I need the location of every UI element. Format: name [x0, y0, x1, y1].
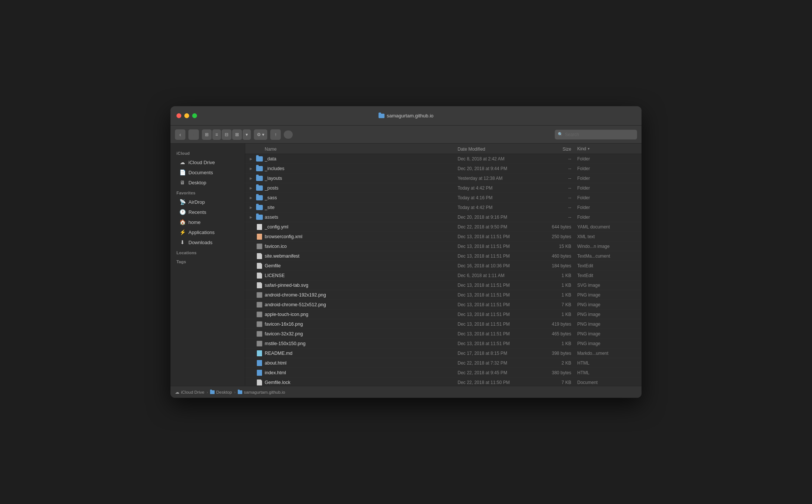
file-size: --: [540, 185, 577, 191]
table-row[interactable]: Gemfile.lockDec 22, 2018 at 11:50 PM7 KB…: [245, 378, 642, 386]
file-size: --: [540, 176, 577, 181]
table-row[interactable]: ▶assetsDec 20, 2018 at 9:16 PM--Folder: [245, 212, 642, 222]
maximize-button[interactable]: [192, 113, 197, 118]
table-row[interactable]: LICENSEDec 6, 2018 at 1:11 AM1 KBTextEdi…: [245, 271, 642, 280]
table-row[interactable]: _config.ymlDec 22, 2018 at 9:50 PM644 by…: [245, 222, 642, 232]
file-kind: PNG image: [577, 312, 637, 317]
table-row[interactable]: favicon-16x16.pngDec 13, 2018 at 11:51 P…: [245, 319, 642, 329]
file-size: 1 KB: [540, 273, 577, 278]
tag-button[interactable]: [284, 130, 293, 139]
file-size: 1 KB: [540, 312, 577, 317]
file-icon: [256, 302, 263, 308]
file-name: README.md: [265, 351, 458, 356]
locations-section-label: Locations: [170, 248, 245, 256]
search-icon: 🔍: [558, 132, 563, 137]
applications-icon: ⚡: [179, 229, 185, 235]
table-row[interactable]: GemfileDec 16, 2018 at 10:36 PM184 bytes…: [245, 261, 642, 271]
title-bar: samagurtam.github.io: [170, 106, 642, 126]
file-kind: Folder: [577, 215, 637, 220]
sidebar-applications-label: Applications: [188, 230, 215, 235]
sidebar-icloud-drive-label: iCloud Drive: [188, 160, 215, 165]
forward-button[interactable]: ›: [188, 129, 199, 140]
table-row[interactable]: ▶_siteToday at 4:42 PM--Folder: [245, 203, 642, 212]
action-button[interactable]: ⚙ ▾: [254, 129, 267, 140]
table-row[interactable]: android-chrome-192x192.pngDec 13, 2018 a…: [245, 290, 642, 300]
table-row[interactable]: ▶_includesDec 20, 2018 at 9:44 PM--Folde…: [245, 164, 642, 173]
breadcrumb-desktop[interactable]: Desktop: [210, 390, 232, 394]
file-name: site.webmanifest: [265, 253, 458, 259]
file-date: Today at 4:16 PM: [458, 195, 540, 200]
table-row[interactable]: ▶_dataDec 8, 2018 at 2:42 AM--Folder: [245, 154, 642, 164]
file-name: browserconfig.xml: [265, 234, 458, 239]
table-row[interactable]: site.webmanifestDec 13, 2018 at 11:51 PM…: [245, 251, 642, 261]
table-row[interactable]: README.mdDec 17, 2018 at 8:15 PM398 byte…: [245, 348, 642, 358]
sidebar-item-home[interactable]: 🏠 home: [173, 217, 242, 227]
file-kind: YAML document: [577, 224, 637, 230]
file-size: 1 KB: [540, 292, 577, 298]
favorites-section-label: Favorites: [170, 188, 245, 197]
file-kind: PNG image: [577, 302, 637, 307]
view-list-button[interactable]: ≡: [212, 129, 221, 140]
share-button[interactable]: ↑: [270, 129, 281, 140]
file-size: --: [540, 195, 577, 200]
sidebar-home-label: home: [188, 219, 201, 225]
file-kind: HTML: [577, 360, 637, 366]
back-button[interactable]: ‹: [175, 129, 185, 140]
file-size: 7 KB: [540, 380, 577, 385]
col-header-date[interactable]: Date Modified: [458, 147, 485, 152]
desktop-icon: 🖥: [179, 179, 185, 185]
expand-arrow[interactable]: ▶: [250, 157, 256, 161]
table-row[interactable]: ▶_layoutsYesterday at 12:38 AM--Folder: [245, 173, 642, 183]
view-gallery-button[interactable]: ⊠: [232, 129, 242, 140]
sidebar-item-downloads[interactable]: ⬇ Downloads: [173, 237, 242, 247]
file-size: --: [540, 215, 577, 220]
table-row[interactable]: safari-pinned-tab.svgDec 13, 2018 at 11:…: [245, 280, 642, 290]
view-icon-button[interactable]: ⊞: [202, 129, 212, 140]
sidebar-item-airdrop[interactable]: 📡 AirDrop: [173, 197, 242, 207]
file-icon: [256, 224, 263, 230]
file-size: 184 bytes: [540, 263, 577, 268]
table-row[interactable]: ▶_sassToday at 4:16 PM--Folder: [245, 193, 642, 203]
table-row[interactable]: ▶_postsToday at 4:42 PM--Folder: [245, 183, 642, 193]
table-row[interactable]: index.htmlDec 22, 2018 at 9:45 PM380 byt…: [245, 368, 642, 378]
file-date: Dec 13, 2018 at 11:51 PM: [458, 341, 540, 346]
col-header-name[interactable]: Name: [265, 147, 277, 152]
col-header-kind[interactable]: Kind: [577, 146, 586, 151]
expand-arrow[interactable]: ▶: [250, 196, 256, 200]
expand-arrow[interactable]: ▶: [250, 167, 256, 170]
search-placeholder: Search: [565, 132, 579, 137]
expand-arrow[interactable]: ▶: [250, 176, 256, 180]
breadcrumb-sep-2: ›: [234, 390, 236, 394]
table-row[interactable]: android-chrome-512x512.pngDec 13, 2018 a…: [245, 300, 642, 310]
breadcrumb-current-icon: [238, 390, 242, 394]
breadcrumb-icloud[interactable]: ☁ iCloud Drive: [175, 390, 204, 395]
table-row[interactable]: about.htmlDec 22, 2018 at 7:32 PM2 KBHTM…: [245, 358, 642, 368]
expand-arrow[interactable]: ▶: [250, 215, 256, 219]
table-row[interactable]: favicon.icoDec 13, 2018 at 11:51 PM15 KB…: [245, 242, 642, 251]
close-button[interactable]: [176, 113, 181, 118]
file-name: _posts: [265, 185, 458, 191]
sidebar-item-icloud-drive[interactable]: ☁ iCloud Drive: [173, 157, 242, 167]
table-row[interactable]: favicon-32x32.pngDec 13, 2018 at 11:51 P…: [245, 329, 642, 339]
sidebar-item-recents[interactable]: 🕐 Recents: [173, 207, 242, 217]
breadcrumb-current[interactable]: samagurtam.github.io: [238, 390, 285, 394]
file-date: Dec 13, 2018 at 11:51 PM: [458, 244, 540, 249]
sidebar-item-documents[interactable]: 📄 Documents: [173, 168, 242, 177]
table-row[interactable]: browserconfig.xmlDec 13, 2018 at 11:51 P…: [245, 232, 642, 242]
file-size: 1 KB: [540, 283, 577, 288]
file-size: 465 bytes: [540, 331, 577, 336]
table-row[interactable]: mstile-150x150.pngDec 13, 2018 at 11:51 …: [245, 339, 642, 348]
view-column-button[interactable]: ⊟: [222, 129, 231, 140]
file-icon: [256, 175, 263, 181]
file-name: _site: [265, 205, 458, 210]
expand-arrow[interactable]: ▶: [250, 206, 256, 209]
sidebar-item-applications[interactable]: ⚡ Applications: [173, 227, 242, 237]
table-row[interactable]: apple-touch-icon.pngDec 13, 2018 at 11:5…: [245, 310, 642, 319]
expand-arrow[interactable]: ▶: [250, 186, 256, 190]
file-icon: [256, 379, 263, 385]
view-dropdown-button[interactable]: ▾: [243, 129, 251, 140]
sidebar-item-desktop[interactable]: 🖥 Desktop: [173, 178, 242, 187]
file-icon: [256, 370, 263, 376]
minimize-button[interactable]: [184, 113, 189, 118]
search-bar[interactable]: 🔍 Search: [555, 130, 637, 139]
